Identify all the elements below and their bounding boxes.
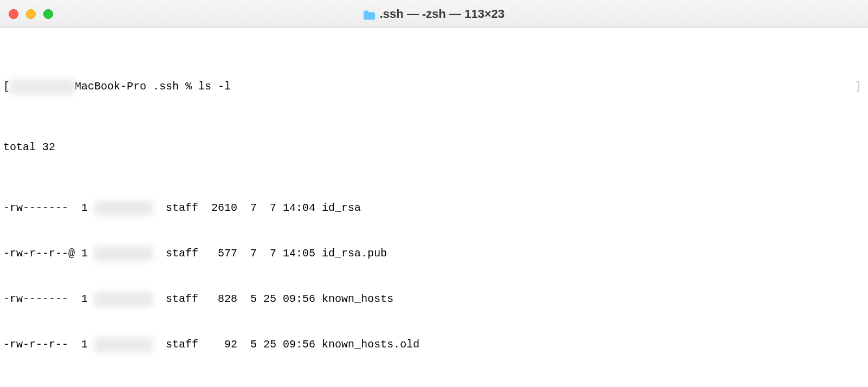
command-text: ls -l bbox=[198, 80, 231, 93]
redacted-user: xxxxxxxxx bbox=[94, 246, 153, 261]
redacted-user: xxxxxxxxx bbox=[94, 337, 153, 352]
terminal-line: -rw------- 1 xxxxxxxxx staff 828 5 25 09… bbox=[3, 292, 865, 307]
bracket: ] bbox=[855, 79, 861, 94]
ls-rest: staff 577 7 7 14:05 id_rsa.pub bbox=[153, 247, 387, 260]
redacted-user: xxxxxxxxxx bbox=[10, 79, 75, 94]
redacted-user: xxxxxxxxx bbox=[94, 292, 153, 307]
window-title: .ssh — -zsh — 113×23 bbox=[364, 7, 505, 21]
terminal-area[interactable]: [xxxxxxxxxxMacBook-Pro .ssh % ls -l] tot… bbox=[0, 28, 868, 387]
terminal-line: -rw------- 1 xxxxxxxxx staff 2610 7 7 14… bbox=[3, 201, 865, 216]
folder-icon bbox=[364, 9, 375, 19]
redacted-user: xxxxxxxxx bbox=[94, 201, 153, 216]
close-button[interactable] bbox=[9, 9, 18, 19]
terminal-line: -rw-r--r-- 1 xxxxxxxxx staff 92 5 25 09:… bbox=[3, 337, 865, 352]
perm-text: -rw-r--r-- 1 bbox=[3, 338, 94, 351]
terminal-line: -rw-r--r--@ 1 xxxxxxxxx staff 577 7 7 14… bbox=[3, 246, 865, 261]
perm-text: -rw------- 1 bbox=[3, 202, 94, 214]
window-titlebar: .ssh — -zsh — 113×23 bbox=[0, 0, 868, 28]
minimize-button[interactable] bbox=[26, 9, 36, 19]
prompt-text: MacBook-Pro .ssh % bbox=[75, 80, 198, 93]
terminal-line: total 32 bbox=[3, 140, 865, 155]
perm-text: -rw------- 1 bbox=[3, 293, 94, 305]
output-text: total 32 bbox=[3, 141, 55, 153]
perm-text: -rw-r--r--@ 1 bbox=[3, 247, 94, 260]
bracket: [ bbox=[3, 80, 10, 93]
terminal-line: [xxxxxxxxxxMacBook-Pro .ssh % ls -l] bbox=[3, 79, 865, 94]
window-title-text: .ssh — -zsh — 113×23 bbox=[380, 7, 505, 21]
ls-rest: staff 2610 7 7 14:04 id_rsa bbox=[153, 202, 361, 214]
ls-rest: staff 92 5 25 09:56 known_hosts.old bbox=[153, 338, 419, 351]
traffic-lights bbox=[9, 9, 53, 19]
maximize-button[interactable] bbox=[43, 9, 53, 19]
ls-rest: staff 828 5 25 09:56 known_hosts bbox=[153, 293, 393, 305]
